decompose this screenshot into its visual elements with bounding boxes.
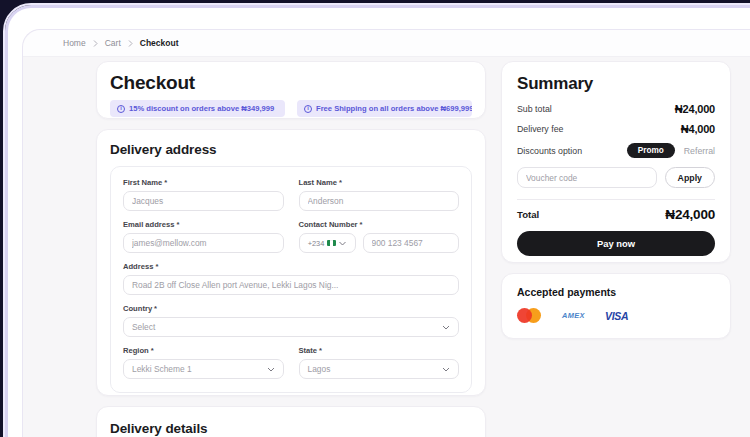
discounts-label: Discounts option bbox=[517, 146, 582, 156]
required-mark: * bbox=[154, 304, 157, 313]
state-select-value: Lagos bbox=[308, 364, 331, 374]
subtotal-value: ₦24,000 bbox=[675, 103, 715, 115]
total-value: ₦24,000 bbox=[665, 207, 715, 222]
first-name-label-text: First Name bbox=[123, 178, 162, 187]
address-field-group: Address* bbox=[123, 262, 459, 295]
breadcrumb: Home Cart Checkout bbox=[23, 30, 750, 57]
accepted-payments-heading: Accepted payments bbox=[517, 286, 715, 298]
email-label: Email address* bbox=[123, 220, 284, 229]
checkout-page: Home Cart Checkout Checkout i 15% discou… bbox=[22, 29, 750, 437]
page-title: Checkout bbox=[110, 72, 472, 94]
discount-badge-text: 15% discount on orders above ₦349,999 bbox=[129, 104, 274, 113]
region-select-value: Lekki Scheme 1 bbox=[132, 364, 192, 374]
contact-label-text: Contact Number bbox=[299, 220, 358, 229]
amex-icon: AMEX bbox=[562, 311, 585, 320]
payment-method-icons: AMEX VISA bbox=[517, 308, 715, 323]
delivery-address-form: First Name* Last Name* Email address* bbox=[110, 166, 472, 393]
promo-tab[interactable]: Promo bbox=[627, 143, 675, 158]
phone-number-input[interactable] bbox=[363, 233, 460, 253]
required-mark: * bbox=[151, 346, 154, 355]
total-label: Total bbox=[517, 209, 539, 220]
last-name-label: Last Name* bbox=[299, 178, 460, 187]
required-mark: * bbox=[164, 178, 167, 187]
chevron-down-icon bbox=[442, 367, 450, 372]
email-field-group: Email address* bbox=[123, 220, 284, 253]
discount-toggle: Promo Referral bbox=[627, 143, 715, 158]
country-field-group: Country* Select bbox=[123, 304, 459, 337]
delivery-fee-row: Delivery fee ₦4,000 bbox=[517, 123, 715, 135]
voucher-code-input[interactable] bbox=[517, 167, 657, 188]
apply-voucher-button[interactable]: Apply bbox=[665, 167, 715, 188]
info-icon: i bbox=[304, 105, 312, 113]
last-name-field-group: Last Name* bbox=[299, 178, 460, 211]
address-label-text: Address bbox=[123, 262, 153, 271]
country-label: Country* bbox=[123, 304, 459, 313]
country-label-text: Country bbox=[123, 304, 152, 313]
country-select[interactable]: Select bbox=[123, 317, 459, 337]
state-select[interactable]: Lagos bbox=[299, 359, 460, 379]
delivery-details-card: Delivery details bbox=[96, 406, 486, 437]
address-label: Address* bbox=[123, 262, 459, 271]
chevron-down-icon bbox=[267, 367, 275, 372]
free-shipping-badge-text: Free Shipping on all orders above ₦699,9… bbox=[316, 104, 472, 113]
accepted-payments-card: Accepted payments AMEX VISA bbox=[501, 273, 731, 339]
checkout-header-card: Checkout i 15% discount on orders above … bbox=[96, 61, 486, 119]
delivery-address-heading: Delivery address bbox=[110, 142, 472, 157]
address-input[interactable] bbox=[123, 275, 459, 295]
chevron-right-icon bbox=[93, 40, 98, 47]
last-name-label-text: Last Name bbox=[299, 178, 337, 187]
region-select[interactable]: Lekki Scheme 1 bbox=[123, 359, 284, 379]
discounts-row: Discounts option Promo Referral bbox=[517, 143, 715, 158]
state-label-text: State bbox=[299, 346, 318, 355]
subtotal-label: Sub total bbox=[517, 104, 552, 114]
summary-divider bbox=[517, 199, 715, 200]
required-mark: * bbox=[319, 346, 322, 355]
first-name-label: First Name* bbox=[123, 178, 284, 187]
pay-now-button[interactable]: Pay now bbox=[517, 231, 715, 256]
delivery-fee-value: ₦4,000 bbox=[681, 123, 715, 135]
subtotal-row: Sub total ₦24,000 bbox=[517, 103, 715, 115]
email-input[interactable] bbox=[123, 233, 284, 253]
required-mark: * bbox=[177, 220, 180, 229]
free-shipping-badge: i Free Shipping on all orders above ₦699… bbox=[297, 100, 472, 117]
delivery-details-heading: Delivery details bbox=[110, 421, 472, 436]
summary-column: Summary Sub total ₦24,000 Delivery fee ₦… bbox=[501, 61, 731, 339]
state-label: State* bbox=[299, 346, 460, 355]
total-row: Total ₦24,000 bbox=[517, 207, 715, 222]
first-name-field-group: First Name* bbox=[123, 178, 284, 211]
mastercard-icon bbox=[517, 308, 542, 323]
state-field-group: State* Lagos bbox=[299, 346, 460, 379]
region-field-group: Region* Lekki Scheme 1 bbox=[123, 346, 284, 379]
required-mark: * bbox=[360, 220, 363, 229]
visa-icon: VISA bbox=[605, 310, 628, 322]
delivery-address-card: Delivery address First Name* Last Name* bbox=[96, 129, 486, 396]
nigeria-flag-icon bbox=[327, 240, 336, 246]
promo-badges: i 15% discount on orders above ₦349,999 … bbox=[110, 100, 472, 117]
country-select-value: Select bbox=[132, 322, 155, 332]
contact-inputs: +234 bbox=[299, 233, 460, 253]
email-label-text: Email address bbox=[123, 220, 175, 229]
breadcrumb-checkout: Checkout bbox=[140, 38, 179, 48]
chevron-down-icon bbox=[442, 325, 450, 330]
chevron-right-icon bbox=[128, 40, 133, 47]
info-icon: i bbox=[117, 105, 125, 113]
last-name-input[interactable] bbox=[299, 191, 460, 211]
voucher-row: Apply bbox=[517, 167, 715, 188]
region-label-text: Region bbox=[123, 346, 149, 355]
chevron-down-icon bbox=[339, 241, 346, 246]
required-mark: * bbox=[155, 262, 158, 271]
summary-title: Summary bbox=[517, 74, 715, 94]
required-mark: * bbox=[339, 178, 342, 187]
contact-field-group: Contact Number* +234 bbox=[299, 220, 460, 253]
discount-badge: i 15% discount on orders above ₦349,999 bbox=[110, 100, 285, 117]
checkout-column: Checkout i 15% discount on orders above … bbox=[96, 61, 486, 437]
dial-code-select[interactable]: +234 bbox=[299, 233, 356, 253]
delivery-fee-label: Delivery fee bbox=[517, 124, 563, 134]
breadcrumb-home[interactable]: Home bbox=[63, 38, 86, 48]
contact-label: Contact Number* bbox=[299, 220, 460, 229]
content-area: Checkout i 15% discount on orders above … bbox=[23, 57, 750, 437]
breadcrumb-cart[interactable]: Cart bbox=[105, 38, 121, 48]
first-name-input[interactable] bbox=[123, 191, 284, 211]
referral-tab[interactable]: Referral bbox=[684, 146, 715, 156]
region-label: Region* bbox=[123, 346, 284, 355]
